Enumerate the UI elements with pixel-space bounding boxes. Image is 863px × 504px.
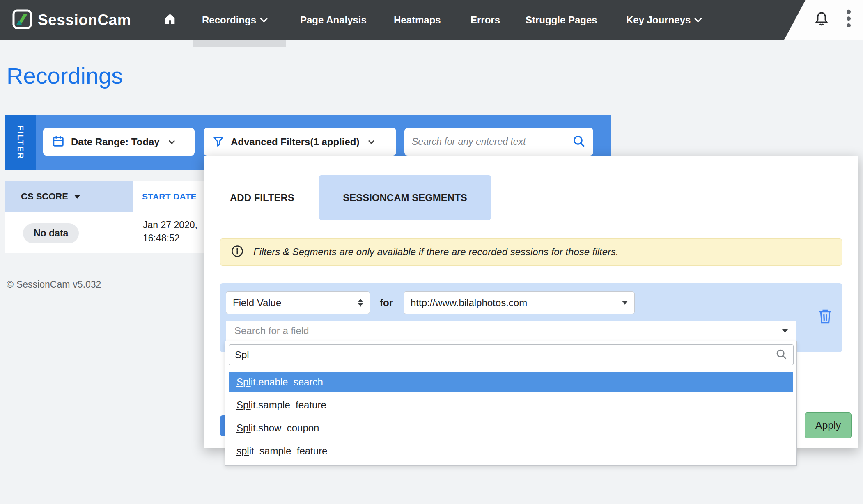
site-select[interactable]: http://www.bilalphotos.com <box>404 291 635 314</box>
search-icon[interactable] <box>572 134 586 150</box>
advanced-filters-button[interactable]: Advanced Filters(1 applied) <box>204 128 396 156</box>
up-down-arrows-icon <box>358 299 363 307</box>
brand-name: SessionCam <box>38 11 131 29</box>
chevron-down-icon <box>622 301 628 305</box>
info-icon <box>231 245 243 259</box>
nav-recordings[interactable]: Recordings <box>202 0 266 40</box>
field-search-combobox[interactable]: Search for a field <box>226 321 796 341</box>
nav-struggle-pages[interactable]: Struggle Pages <box>526 0 597 40</box>
nav-corner-cutout <box>784 0 863 40</box>
notifications-bell-icon[interactable] <box>814 11 829 30</box>
sort-descending-icon <box>74 195 80 199</box>
top-nav: SessionCam Recordings Page Analysis Heat… <box>0 0 863 40</box>
nav-home[interactable] <box>163 0 177 40</box>
field-type-select[interactable]: Field Value <box>226 291 370 314</box>
info-banner: Filters & Segments are only available if… <box>220 238 842 266</box>
field-filter-input[interactable] <box>235 349 775 361</box>
chevron-down-icon <box>260 15 267 22</box>
footer-copyright: © SessionCam v5.032 <box>7 279 101 290</box>
filter-side-tab[interactable]: FILTER <box>5 115 36 170</box>
chevron-down-icon <box>782 329 788 333</box>
field-option-list: Split.enable_search Split.sample_feature… <box>229 372 793 464</box>
search-icon <box>775 348 787 362</box>
field-option[interactable]: Split.sample_feature <box>229 395 793 415</box>
tab-add-filters[interactable]: ADD FILTERS <box>230 175 320 220</box>
nav-errors[interactable]: Errors <box>471 0 500 40</box>
chevron-down-icon <box>168 137 175 144</box>
footer-brand-link[interactable]: SessionCam <box>16 279 70 290</box>
chevron-down-icon <box>695 15 702 22</box>
home-icon <box>163 12 177 28</box>
delete-filter-button[interactable] <box>818 308 834 326</box>
for-label: for <box>380 291 393 314</box>
nav-heatmaps[interactable]: Heatmaps <box>394 0 441 40</box>
chevron-down-icon <box>368 137 375 144</box>
start-date-cell: Jan 27 2020, 16:48:52 <box>143 218 197 245</box>
active-tab-indicator <box>193 40 286 47</box>
funnel-icon <box>213 135 224 149</box>
field-option[interactable]: Split.enable_search <box>229 372 793 392</box>
nav-page-analysis[interactable]: Page Analysis <box>300 0 367 40</box>
apply-button[interactable]: Apply <box>805 412 852 438</box>
calendar-icon <box>52 135 64 149</box>
nav-key-journeys[interactable]: Key Journeys <box>626 0 701 40</box>
field-options-dropdown: Split.enable_search Split.sample_feature… <box>225 341 797 466</box>
table-row[interactable]: No data Jan 27 2020, 16:48:52 <box>5 212 204 253</box>
field-option[interactable]: split_sample_feature <box>229 441 793 461</box>
page-title: Recordings <box>7 62 123 89</box>
session-search-input[interactable] <box>412 136 572 147</box>
sessioncam-logo-icon <box>12 9 32 31</box>
session-search <box>404 128 593 156</box>
column-header-cs-score[interactable]: CS SCORE <box>5 181 133 212</box>
cs-score-badge: No data <box>23 223 79 243</box>
field-option[interactable]: Split.show_coupon <box>229 418 793 438</box>
field-filter-search <box>229 344 794 365</box>
date-range-button[interactable]: Date Range: Today <box>43 128 195 156</box>
advanced-filters-panel: ADD FILTERS SESSIONCAM SEGMENTS Filters … <box>204 156 858 448</box>
column-header-start-date[interactable]: START DATE <box>133 181 204 212</box>
tab-sessioncam-segments[interactable]: SESSIONCAM SEGMENTS <box>319 175 491 220</box>
brand-logo[interactable]: SessionCam <box>12 0 131 40</box>
overflow-menu-icon[interactable] <box>846 9 852 31</box>
